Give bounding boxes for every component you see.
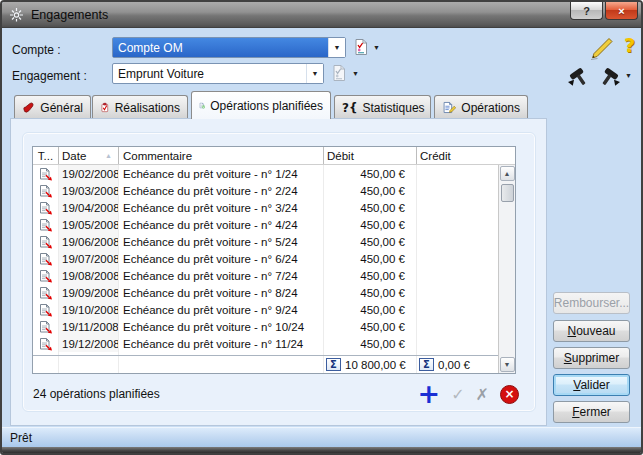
cell-debit: 450,00 €: [324, 216, 417, 233]
column-header-type[interactable]: T...: [33, 147, 59, 164]
add-operation-icon[interactable]: +: [418, 385, 441, 403]
table-row[interactable]: 19/07/2008 Echéance du prêt voiture - n°…: [33, 250, 498, 267]
supprimer-button[interactable]: Supprimer: [553, 347, 630, 369]
titlebar: Engagements ? ×: [2, 2, 641, 28]
tab-statistiques[interactable]: ?{ Statistiques: [334, 95, 431, 119]
planned-operations-groupbox: T... Date ▲ Commentaire Débit Crédit: [22, 132, 536, 412]
titlebar-help-button[interactable]: ?: [570, 2, 603, 20]
cell-comment: Echéance du prêt voiture - n° 9/24: [119, 301, 324, 318]
cell-comment: Echéance du prêt voiture - n° 8/24: [119, 284, 324, 301]
cell-date: 19/10/2008: [59, 301, 119, 318]
statistics-tab-icon: ?{: [342, 101, 358, 115]
table-row[interactable]: 19/03/2008 Echéance du prêt voiture - n°…: [33, 182, 498, 199]
table-row[interactable]: 19/05/2008 Echéance du prêt voiture - n°…: [33, 216, 498, 233]
table-row[interactable]: 19/12/2008 Echéance du prêt voiture - n°…: [33, 335, 498, 352]
engagement-icon-menu-caret[interactable]: ▼: [352, 70, 359, 77]
cell-comment: Echéance du prêt voiture - n° 10/24: [119, 318, 324, 335]
cell-date: 19/07/2008: [59, 250, 119, 267]
cell-date: 19/03/2008: [59, 182, 119, 199]
valider-button[interactable]: Valider: [553, 374, 630, 396]
table-row[interactable]: 19/06/2008 Echéance du prêt voiture - n°…: [33, 233, 498, 250]
cell-date: 19/05/2008: [59, 216, 119, 233]
debit-total: 10 800,00 €: [345, 359, 406, 371]
scroll-up-icon[interactable]: ▲: [500, 166, 515, 181]
cell-credit: [417, 301, 498, 318]
scheduled-operation-icon: [39, 252, 53, 266]
engagement-properties-icon-disabled: [331, 64, 348, 82]
totals-row: Σ 10 800,00 € Σ 0,00 €: [33, 355, 498, 373]
cell-date: 19/08/2008: [59, 267, 119, 284]
account-icon-menu-caret[interactable]: ▼: [373, 44, 380, 51]
engagement-combobox-arrow-icon[interactable]: ▼: [306, 64, 323, 83]
scrollbar-header-spacer: [498, 147, 515, 165]
hammer-back-icon[interactable]: [565, 64, 592, 89]
tab-realisations[interactable]: Réalisations: [92, 95, 188, 119]
cell-debit: 450,00 €: [324, 284, 417, 301]
cell-debit: 450,00 €: [324, 233, 417, 250]
tab-general[interactable]: Général: [14, 95, 91, 119]
vertical-scrollbar[interactable]: ▲ ▼: [498, 165, 515, 373]
hammer-menu-caret[interactable]: ▼: [625, 72, 632, 79]
cell-credit: [417, 165, 498, 182]
realisations-tab-icon: [100, 100, 110, 115]
table-row[interactable]: 19/02/2008 Echéance du prêt voiture - n°…: [33, 165, 498, 182]
dialog-client-area: Compte : Compte OM ▼ ▼ Engagement : Empr…: [2, 28, 641, 427]
scrollbar-thumb[interactable]: [501, 184, 514, 202]
engagement-combobox-value: Emprunt Voiture: [113, 64, 306, 83]
sum-icon: Σ: [326, 358, 341, 371]
table-row[interactable]: 19/10/2008 Echéance du prêt voiture - n°…: [33, 301, 498, 318]
table-row[interactable]: 19/11/2008 Echéance du prêt voiture - n°…: [33, 318, 498, 335]
engagements-window: Engagements ? × Compte : Compte OM ▼ ▼ E…: [0, 0, 643, 455]
window-icon: [9, 7, 24, 22]
scheduled-operation-icon: [39, 167, 53, 181]
scheduled-operation-icon: [39, 218, 53, 232]
cell-credit: [417, 284, 498, 301]
column-header-comment[interactable]: Commentaire: [119, 147, 324, 164]
cell-debit: 450,00 €: [324, 199, 417, 216]
column-header-date[interactable]: Date ▲: [59, 147, 119, 164]
planned-operations-tabpage: T... Date ▲ Commentaire Débit Crédit: [10, 118, 547, 426]
table-row[interactable]: 19/09/2008 Echéance du prêt voiture - n°…: [33, 284, 498, 301]
scheduled-operation-icon: [39, 337, 53, 351]
operation-action-icons: + ✓ ✗ ×: [418, 385, 527, 404]
cell-credit: [417, 318, 498, 335]
account-combobox[interactable]: Compte OM ▼: [112, 37, 346, 58]
cancel-all-icon[interactable]: ×: [500, 385, 519, 404]
engagement-label: Engagement :: [12, 66, 87, 86]
table-header: T... Date ▲ Commentaire Débit Crédit: [33, 147, 515, 165]
context-help-icon[interactable]: ?: [624, 34, 635, 56]
delete-icon-disabled: ✗: [476, 385, 489, 404]
fermer-button[interactable]: Fermer: [553, 401, 630, 423]
scheduled-operation-icon: [39, 320, 53, 334]
account-combobox-value: Compte OM: [113, 38, 328, 57]
tab-operations[interactable]: Opérations: [434, 95, 528, 119]
sort-ascending-icon: ▲: [105, 152, 112, 159]
scroll-down-icon[interactable]: ▼: [500, 357, 515, 372]
cell-date: 19/02/2008: [59, 165, 119, 182]
edit-pencil-icon[interactable]: [587, 35, 615, 63]
account-combobox-arrow-icon[interactable]: ▼: [328, 38, 345, 57]
groupbox-footer: 24 opérations planifiées + ✓ ✗ ×: [33, 380, 527, 408]
column-header-debit[interactable]: Débit: [324, 147, 417, 164]
planned-operations-tab-icon: [199, 98, 205, 113]
account-properties-icon[interactable]: [353, 38, 370, 56]
window-bottom-frame: [2, 447, 641, 453]
table-row[interactable]: 19/04/2008 Echéance du prêt voiture - n°…: [33, 199, 498, 216]
cell-comment: Echéance du prêt voiture - n° 2/24: [119, 182, 324, 199]
cell-date: 19/09/2008: [59, 284, 119, 301]
engagement-combobox[interactable]: Emprunt Voiture ▼: [112, 63, 324, 84]
account-label: Compte :: [12, 40, 61, 60]
cell-date: 19/12/2008: [59, 335, 119, 352]
tab-operations-planifiees[interactable]: Opérations planifiées: [191, 91, 331, 119]
cell-credit: [417, 182, 498, 199]
cell-debit: 450,00 €: [324, 318, 417, 335]
close-button[interactable]: ×: [605, 2, 638, 20]
scheduled-operation-icon: [39, 235, 53, 249]
rembourser-button: Rembourser...: [553, 292, 630, 314]
nouveau-button[interactable]: Nouveau: [553, 320, 630, 342]
hammer-forward-icon[interactable]: [596, 64, 623, 89]
column-header-credit[interactable]: Crédit: [417, 147, 498, 164]
cell-comment: Echéance du prêt voiture - n° 11/24: [119, 335, 324, 352]
table-row[interactable]: 19/08/2008 Echéance du prêt voiture - n°…: [33, 267, 498, 284]
operations-tab-icon: [442, 100, 456, 115]
